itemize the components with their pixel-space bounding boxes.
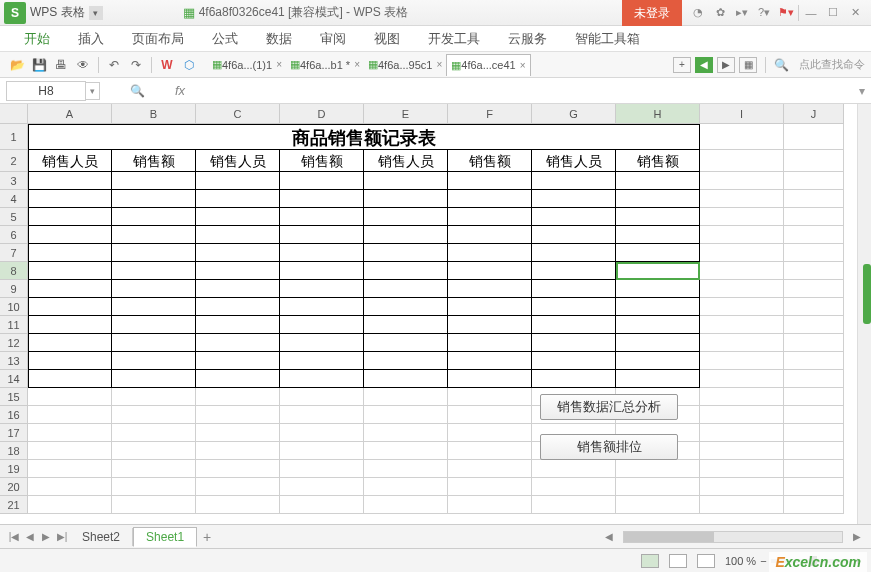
row-header-19[interactable]: 19 <box>0 460 28 478</box>
cell-J7[interactable] <box>784 244 844 262</box>
cell-E11[interactable] <box>364 316 448 334</box>
cell-C19[interactable] <box>196 460 280 478</box>
cell-I18[interactable] <box>700 442 784 460</box>
cell-A3[interactable] <box>28 172 112 190</box>
col-header-E[interactable]: E <box>364 104 448 124</box>
cell-I11[interactable] <box>700 316 784 334</box>
menu-dev[interactable]: 开发工具 <box>414 30 494 48</box>
cell-E6[interactable] <box>364 226 448 244</box>
header-cell[interactable]: 销售人员 <box>364 150 448 172</box>
sheet-nav-next[interactable]: ▶ <box>38 529 54 545</box>
row-header-1[interactable]: 1 <box>0 124 28 150</box>
cell-F15[interactable] <box>448 388 532 406</box>
cell-E13[interactable] <box>364 352 448 370</box>
cell-B17[interactable] <box>112 424 196 442</box>
row-header-18[interactable]: 18 <box>0 442 28 460</box>
wps-w-icon[interactable]: W <box>157 55 177 75</box>
header-cell[interactable]: 销售额 <box>280 150 364 172</box>
cell-B8[interactable] <box>112 262 196 280</box>
cell-F14[interactable] <box>448 370 532 388</box>
row-header-21[interactable]: 21 <box>0 496 28 514</box>
cell-A4[interactable] <box>28 190 112 208</box>
cell-H8[interactable] <box>616 262 700 280</box>
cloud-icon[interactable]: ◔ <box>688 3 708 23</box>
cell-C5[interactable] <box>196 208 280 226</box>
cell-D10[interactable] <box>280 298 364 316</box>
sheet-tab-active[interactable]: Sheet1 <box>133 527 197 547</box>
col-header-D[interactable]: D <box>280 104 364 124</box>
cell-E21[interactable] <box>364 496 448 514</box>
cell-I20[interactable] <box>700 478 784 496</box>
cell-H13[interactable] <box>616 352 700 370</box>
cell-J17[interactable] <box>784 424 844 442</box>
cell-J20[interactable] <box>784 478 844 496</box>
view-break-button[interactable] <box>697 554 715 568</box>
redo-icon[interactable]: ↷ <box>126 55 146 75</box>
cell-H19[interactable] <box>616 460 700 478</box>
hscroll-left[interactable]: ◀ <box>601 529 617 545</box>
cell-E4[interactable] <box>364 190 448 208</box>
cell-C16[interactable] <box>196 406 280 424</box>
zoom-out-button[interactable]: − <box>760 555 766 567</box>
cell-E3[interactable] <box>364 172 448 190</box>
cell-J13[interactable] <box>784 352 844 370</box>
skin-icon[interactable]: ▸▾ <box>732 3 752 23</box>
cell-A9[interactable] <box>28 280 112 298</box>
cell-B4[interactable] <box>112 190 196 208</box>
cell-D11[interactable] <box>280 316 364 334</box>
header-cell[interactable]: 销售人员 <box>532 150 616 172</box>
close-tab-icon[interactable]: × <box>354 59 360 70</box>
cell-J6[interactable] <box>784 226 844 244</box>
cell-C13[interactable] <box>196 352 280 370</box>
cell-H6[interactable] <box>616 226 700 244</box>
cell-E9[interactable] <box>364 280 448 298</box>
cell-F11[interactable] <box>448 316 532 334</box>
preview-icon[interactable]: 👁 <box>73 55 93 75</box>
name-box-dropdown[interactable]: ▾ <box>86 82 100 100</box>
cell-J4[interactable] <box>784 190 844 208</box>
cell-C9[interactable] <box>196 280 280 298</box>
cell-B10[interactable] <box>112 298 196 316</box>
cell-C15[interactable] <box>196 388 280 406</box>
search-hint[interactable]: 点此查找命令 <box>799 57 865 72</box>
cell-D15[interactable] <box>280 388 364 406</box>
cell-G5[interactable] <box>532 208 616 226</box>
cell-F3[interactable] <box>448 172 532 190</box>
cell-J21[interactable] <box>784 496 844 514</box>
cell-G13[interactable] <box>532 352 616 370</box>
cell-A18[interactable] <box>28 442 112 460</box>
summary-analysis-button[interactable]: 销售数据汇总分析 <box>540 394 678 420</box>
doc-tab[interactable]: ▦ 4f6a...95c1× <box>364 54 446 76</box>
row-header-12[interactable]: 12 <box>0 334 28 352</box>
cell-I21[interactable] <box>700 496 784 514</box>
cell-D16[interactable] <box>280 406 364 424</box>
cell-F17[interactable] <box>448 424 532 442</box>
cell-I13[interactable] <box>700 352 784 370</box>
cell-A21[interactable] <box>28 496 112 514</box>
cell-C8[interactable] <box>196 262 280 280</box>
print-icon[interactable]: 🖶 <box>51 55 71 75</box>
row-header-16[interactable]: 16 <box>0 406 28 424</box>
cell-H20[interactable] <box>616 478 700 496</box>
cell-A13[interactable] <box>28 352 112 370</box>
cell-F16[interactable] <box>448 406 532 424</box>
cell-G21[interactable] <box>532 496 616 514</box>
menu-cloud[interactable]: 云服务 <box>494 30 561 48</box>
login-button[interactable]: 未登录 <box>622 0 682 26</box>
menu-formula[interactable]: 公式 <box>198 30 252 48</box>
cell-D17[interactable] <box>280 424 364 442</box>
cell-I7[interactable] <box>700 244 784 262</box>
cell-I14[interactable] <box>700 370 784 388</box>
sheet-nav-last[interactable]: ▶| <box>54 529 70 545</box>
cell-H10[interactable] <box>616 298 700 316</box>
cell-J19[interactable] <box>784 460 844 478</box>
header-cell[interactable]: 销售额 <box>448 150 532 172</box>
cell-C4[interactable] <box>196 190 280 208</box>
cell-E15[interactable] <box>364 388 448 406</box>
cell-A8[interactable] <box>28 262 112 280</box>
sales-rank-button[interactable]: 销售额排位 <box>540 434 678 460</box>
cell-A16[interactable] <box>28 406 112 424</box>
cell-F18[interactable] <box>448 442 532 460</box>
nav-next-button[interactable]: ▶ <box>717 57 735 73</box>
cell-E8[interactable] <box>364 262 448 280</box>
